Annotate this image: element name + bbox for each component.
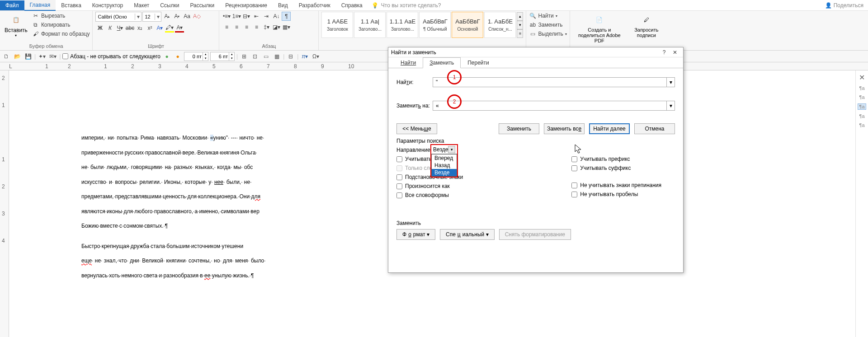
dialog-tab-replace[interactable]: Заменить [423, 57, 461, 68]
tab-review[interactable]: Рецензирование [220, 0, 273, 10]
align-right-button[interactable]: ≡ [242, 23, 251, 32]
tb-new[interactable]: 🗋 [2, 52, 11, 61]
tb-btn[interactable]: ⊟ [286, 52, 295, 61]
tab-home[interactable]: Главная [24, 0, 56, 11]
cancel-button[interactable]: Отмена [634, 123, 675, 134]
dialog-tab-find[interactable]: Найти [394, 57, 423, 68]
paste-button[interactable]: 📋 Вставить ▾ [3, 12, 29, 38]
no-format-button[interactable]: Снять форматирование [499, 229, 571, 240]
dialog-help-button[interactable]: ? [659, 49, 670, 56]
chk[interactable] [571, 183, 577, 188]
shading-button[interactable]: ◪▾ [272, 23, 281, 32]
dialog-titlebar[interactable]: Найти и заменить ? ✕ [388, 47, 683, 57]
styles-scroll-up[interactable]: ▴ [517, 12, 523, 21]
chk[interactable] [396, 156, 402, 162]
grow-font-button[interactable]: A▴ [162, 12, 171, 21]
equation-button[interactable]: π▾ [300, 52, 309, 61]
tb-animation[interactable]: ✦▾ [38, 52, 47, 61]
keep-with-next-input[interactable] [62, 53, 68, 59]
tb-save[interactable]: 💾 [24, 52, 33, 61]
styles-scroll-down[interactable]: ▾ [517, 21, 523, 29]
find-dropdown[interactable]: ▾ [666, 78, 675, 87]
font-size-combo[interactable]: ▾ [142, 12, 161, 22]
chevron-down-icon[interactable]: ▾ [448, 146, 455, 153]
sounds-like-checkbox[interactable]: Произносится как [396, 183, 463, 189]
tab-mailings[interactable]: Рассылки [184, 0, 220, 10]
style-item[interactable]: АаБбВвГ¶ Обычный [419, 12, 451, 38]
share-button[interactable]: 👤 Поделиться [825, 2, 863, 9]
tab-design[interactable]: Конструктор [87, 0, 128, 10]
prefix-checkbox[interactable]: Учитывать префикс [571, 156, 661, 162]
direction-option-all[interactable]: Везде [432, 169, 457, 176]
borders-button[interactable]: ▦▾ [282, 23, 291, 32]
tab-view[interactable]: Вид [273, 0, 293, 10]
color-orange[interactable]: ● [173, 52, 182, 61]
font-name-input[interactable] [96, 14, 135, 19]
ignore-space-checkbox[interactable]: Не учитывать пробелы [571, 191, 661, 197]
spacing-after[interactable]: ▴▾ [210, 52, 235, 61]
symbol-button[interactable]: Ω▾ [311, 52, 320, 61]
clear-format-button[interactable]: A◇ [192, 12, 201, 21]
chk[interactable] [571, 192, 577, 197]
chk[interactable] [396, 174, 402, 180]
tb-btn[interactable]: ⊞ [240, 52, 249, 61]
close-pane-button[interactable]: ✕ [859, 73, 865, 82]
color-green[interactable]: ● [162, 52, 171, 61]
spacing-before[interactable]: ▴▾ [184, 52, 208, 61]
tell-me[interactable]: 💡 Что вы хотите сделать? [372, 2, 441, 9]
style-item[interactable]: 1.1 Аа|Заголово... [354, 12, 386, 38]
tb-btn[interactable]: ▭ [261, 52, 270, 61]
replace-dropdown[interactable]: ▾ [666, 101, 675, 110]
tab-insert[interactable]: Вставка [56, 0, 87, 10]
spin-down[interactable]: ▾ [203, 56, 208, 61]
superscript-button[interactable]: x² [145, 23, 154, 33]
change-case-button[interactable]: Aa [182, 12, 191, 21]
select-button[interactable]: ▭Выделить▾ [529, 30, 566, 38]
spin-down[interactable]: ▾ [229, 56, 234, 61]
align-left-button[interactable]: ≡ [222, 23, 231, 32]
dialog-close-button[interactable]: ✕ [670, 49, 680, 56]
ruler-vertical[interactable]: 2 1 1 2 3 4 [0, 70, 9, 337]
line-spacing-button[interactable]: ‡▾ [262, 23, 271, 32]
dialog-tab-goto[interactable]: Перейти [461, 57, 496, 68]
spin-up[interactable]: ▴ [203, 52, 208, 56]
subscript-button[interactable]: x₂ [135, 23, 144, 33]
markup-marker[interactable]: ¶a [859, 122, 864, 128]
tab-references[interactable]: Ссылки [155, 0, 184, 10]
spin-up[interactable]: ▴ [229, 52, 234, 56]
adobe-create-button[interactable]: 📄Создать и поделиться Adobe PDF [573, 12, 626, 44]
chk[interactable] [571, 156, 577, 162]
tab-help[interactable]: Справка [336, 0, 368, 10]
find-button[interactable]: 🔍Найти▾ [529, 12, 557, 20]
format-painter-button[interactable]: 🖌Формат по образцу [32, 30, 90, 38]
cut-button[interactable]: ✂Вырезать [32, 12, 90, 20]
align-center-button[interactable]: ≡ [232, 23, 241, 32]
tb-open[interactable]: 📂 [13, 52, 22, 61]
font-size-input[interactable] [143, 14, 155, 19]
markup-marker[interactable]: ¶a [859, 113, 864, 119]
copy-button[interactable]: ⧉Копировать [32, 21, 90, 29]
find-next-button[interactable]: Найти далее [589, 123, 630, 134]
direction-combo-header[interactable]: Везде▾ [431, 145, 457, 154]
chk[interactable] [396, 192, 402, 198]
tab-file[interactable]: Файл [0, 0, 24, 10]
direction-option-back[interactable]: Назад [432, 162, 457, 169]
chevron-down-icon[interactable]: ▾ [155, 14, 161, 20]
replace-all-button[interactable]: Заменить все [544, 123, 585, 134]
style-item[interactable]: 1.1.1 АаЕЗаголово... [387, 12, 418, 38]
sort-button[interactable]: A↓ [272, 12, 281, 21]
spacing-after-input[interactable] [211, 54, 229, 59]
less-button[interactable]: << Меньше [396, 123, 437, 134]
spacing-before-input[interactable] [184, 54, 203, 59]
font-color-button[interactable]: A▾ [175, 23, 184, 33]
bullets-button[interactable]: •≡▾ [222, 12, 231, 21]
font-name-combo[interactable]: ▾ [95, 12, 142, 22]
decrease-indent-button[interactable]: ⇤ [252, 12, 261, 21]
tb-btn[interactable]: ▦ [272, 52, 281, 61]
chk[interactable] [571, 165, 577, 171]
keep-with-next-checkbox[interactable]: Абзац - не отрывать от следующего [62, 53, 160, 60]
chevron-down-icon[interactable]: ▾ [135, 14, 141, 20]
format-button[interactable]: Формат ▾ [396, 229, 435, 240]
chk[interactable] [396, 183, 402, 189]
direction-option-forward[interactable]: Вперед [432, 154, 457, 162]
